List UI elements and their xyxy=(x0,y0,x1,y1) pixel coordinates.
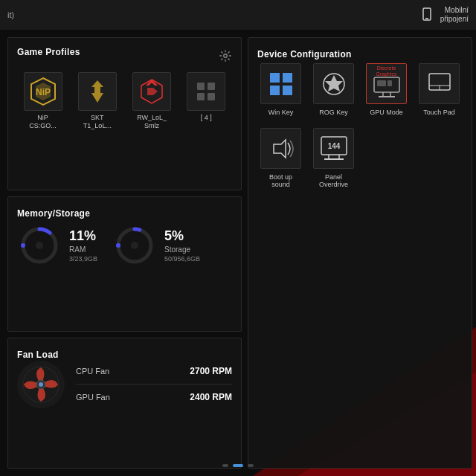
memory-panel: Memory/Storage 11% RAM 3/23,9GB xyxy=(7,196,242,332)
device-item-boot-sound[interactable]: Boot up sound xyxy=(257,125,304,191)
svg-rect-10 xyxy=(208,83,215,90)
profile-item-rw[interactable]: RW_LoL_Smlz xyxy=(126,72,178,130)
device-label-panel-od: Panel Overdrive xyxy=(313,173,354,188)
ram-gauge-circle xyxy=(17,223,62,268)
device-label-touch-pad: Touch Pad xyxy=(423,109,455,116)
gpu-mode-icon xyxy=(373,76,401,98)
profile-logo-nip: NiP xyxy=(24,72,62,111)
svg-rect-11 xyxy=(197,93,205,100)
dot-3[interactable] xyxy=(248,464,254,467)
svg-rect-12 xyxy=(208,93,215,100)
ram-gauge-item: 11% RAM 3/23,9GB xyxy=(17,223,97,268)
fan-icon-container xyxy=(17,361,65,408)
fan-row-gpu: GPU Fan 2400 RPM xyxy=(76,392,232,402)
gpu-mode-active-label: Discrete Graphics xyxy=(368,65,405,77)
ram-label: RAM xyxy=(69,245,97,254)
device-label-win-key: Win Key xyxy=(268,109,294,116)
memory-title: Memory/Storage xyxy=(17,208,90,219)
storage-gauge-circle xyxy=(112,223,157,268)
svg-rect-14 xyxy=(283,73,292,83)
device-item-touch-pad[interactable]: Touch Pad xyxy=(416,60,463,119)
dot-1[interactable] xyxy=(222,464,228,467)
profile-name-rw: RW_LoL_Smlz xyxy=(137,114,167,130)
ram-gauge-svg xyxy=(17,223,62,268)
svg-rect-9 xyxy=(197,83,205,90)
profile-item-nip[interactable]: NiP NiPCS:GO... xyxy=(17,72,68,130)
profile-name-nip: NiPCS:GO... xyxy=(29,114,57,130)
storage-percent: 5% xyxy=(164,228,200,244)
svg-rect-20 xyxy=(387,80,392,86)
svg-rect-19 xyxy=(377,80,386,86)
rog-key-icon xyxy=(321,71,347,97)
profile-logo-skt xyxy=(78,72,117,111)
touch-pad-icon xyxy=(426,71,453,97)
fan-title: Fan Load xyxy=(17,350,59,360)
fan-panel: Fan Load xyxy=(7,338,242,469)
cpu-fan-label: CPU Fan xyxy=(76,367,109,376)
storage-gauge-info: 5% Storage 50/956,6GB xyxy=(164,228,200,263)
fan-content: CPU Fan 2700 RPM GPU Fan 2400 RPM xyxy=(17,361,232,408)
device-config-title: Device Configuration xyxy=(257,49,352,60)
cpu-fan-value: 2700 RPM xyxy=(190,366,232,376)
svg-point-4 xyxy=(224,54,228,58)
fan-rows: CPU Fan 2700 RPM GPU Fan 2400 RPM xyxy=(76,366,232,402)
device-icon-box-touch-pad xyxy=(419,63,460,104)
device-item-rog-key[interactable]: ROG Key xyxy=(310,60,357,119)
device-icon-box-win-key xyxy=(260,63,301,104)
fan-blade-icon xyxy=(21,364,61,405)
svg-text:144: 144 xyxy=(327,142,340,150)
profile-logo-more xyxy=(187,72,225,111)
nip-logo: NiP xyxy=(28,77,58,106)
memory-content: 11% RAM 3/23,9GB 5% Storage xyxy=(17,219,232,271)
device-item-win-key[interactable]: Win Key xyxy=(257,60,304,119)
svg-point-43 xyxy=(39,382,43,387)
profile-name-more: [ 4 ] xyxy=(201,114,212,122)
device-icon-box-panel-od: 144 xyxy=(313,128,354,169)
device-icon-box-rog-key xyxy=(313,63,354,104)
profile-name-skt: SKTT1_LoL... xyxy=(83,114,112,130)
app-title: it) xyxy=(7,10,14,19)
top-bar-right: Mobilní připojení xyxy=(419,6,469,24)
fan-divider xyxy=(76,384,232,385)
dot-2-active[interactable] xyxy=(233,464,243,467)
storage-sub: 50/956,6GB xyxy=(164,255,200,263)
profile-logo-rw xyxy=(132,72,171,111)
mobile-icon[interactable] xyxy=(419,7,434,22)
game-profiles-header: Game Profiles xyxy=(17,47,232,65)
device-icon-box-boot-sound xyxy=(260,128,301,169)
win-key-icon xyxy=(268,71,294,97)
device-item-gpu-mode[interactable]: Discrete Graphics GPU Mode xyxy=(363,60,410,119)
game-profiles-title: Game Profiles xyxy=(17,47,80,57)
device-label-boot-sound: Boot up sound xyxy=(260,173,301,188)
svg-text:NiP: NiP xyxy=(36,87,51,97)
top-bar: it) Mobilní připojení xyxy=(0,0,476,30)
gpu-fan-value: 2400 RPM xyxy=(190,392,232,402)
device-item-panel-od[interactable]: 144 Panel Overdrive xyxy=(310,125,357,191)
pagination-dots xyxy=(222,464,254,467)
storage-label: Storage xyxy=(164,245,200,254)
profiles-grid: NiP NiPCS:GO... SKTT1_LoL... xyxy=(17,72,232,130)
profile-item-more[interactable]: [ 4 ] xyxy=(181,72,232,130)
storage-gauge-svg xyxy=(112,223,157,268)
boot-sound-icon xyxy=(268,135,295,162)
mobile-label: Mobilní připojení xyxy=(440,6,469,24)
storage-gauge-item: 5% Storage 50/956,6GB xyxy=(112,223,200,268)
main-content: Game Profiles NiP NiPCS:GO... xyxy=(0,30,476,476)
ram-gauge-info: 11% RAM 3/23,9GB xyxy=(69,228,97,263)
more-logo xyxy=(191,77,221,106)
device-icons-grid: Win Key ROG Key Discrete Graphics xyxy=(257,60,463,191)
device-config-panel: Device Configuration Win Key xyxy=(248,37,472,469)
mobile-device-icon xyxy=(419,7,434,22)
svg-point-39 xyxy=(131,242,138,249)
panel-od-icon: 144 xyxy=(320,135,348,162)
svg-rect-3 xyxy=(425,18,428,19)
game-profiles-panel: Game Profiles NiP NiPCS:GO... xyxy=(7,37,242,190)
ram-sub: 3/23,9GB xyxy=(69,255,97,263)
svg-rect-15 xyxy=(270,86,280,95)
device-icon-box-gpu-mode: Discrete Graphics xyxy=(366,63,407,104)
settings-icon[interactable] xyxy=(219,49,232,62)
profile-item-skt[interactable]: SKTT1_LoL... xyxy=(71,72,123,130)
device-label-rog-key: ROG Key xyxy=(319,109,348,116)
skt-logo xyxy=(83,77,112,106)
svg-rect-13 xyxy=(270,73,280,83)
